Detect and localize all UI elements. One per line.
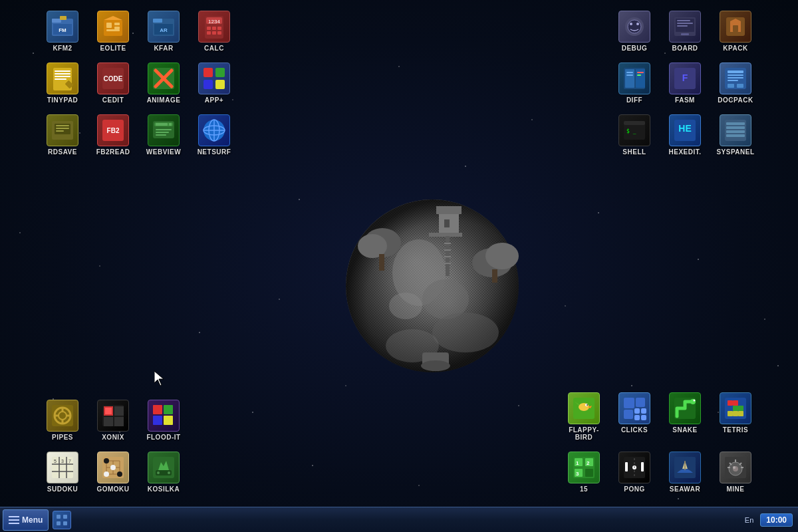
calc-image: 1234 (198, 11, 230, 43)
shell-label: SHELL (622, 148, 646, 156)
15-label: 15 (580, 485, 588, 493)
icon-diff[interactable]: DIFF (612, 60, 657, 106)
svg-point-60 (630, 23, 632, 25)
icon-row-tr1: DEBUG BOARD (612, 8, 758, 55)
svg-text:$ _: $ _ (626, 128, 636, 134)
icon-15[interactable]: 1 2 3 15 (561, 449, 606, 495)
svg-rect-207 (444, 249, 451, 251)
icon-eolite[interactable]: EOLITE (90, 8, 136, 55)
hexedit-label: HEXEDIT. (668, 148, 701, 156)
svg-rect-221 (63, 521, 67, 525)
icon-kpack[interactable]: KPACK (713, 8, 758, 55)
svg-rect-147 (634, 408, 640, 414)
icon-syspanel[interactable]: SYSPANEL (713, 112, 758, 158)
svg-rect-220 (57, 521, 61, 525)
icon-kfar[interactable]: AR KFAR (141, 8, 186, 55)
icon-fasm[interactable]: F FASM (662, 60, 708, 106)
svg-rect-202 (436, 206, 462, 214)
svg-rect-41 (56, 125, 69, 126)
kosilka-label: KOSILKA (148, 485, 180, 493)
xonix-image (97, 400, 129, 432)
icon-xonix[interactable]: XONIX (90, 397, 136, 444)
icon-pong[interactable]: PONG (612, 449, 657, 495)
syspanel-image (720, 114, 751, 146)
svg-rect-81 (728, 74, 743, 76)
icon-row-tr3: $ _ SHELL HE HEXEDIT. (612, 112, 758, 158)
svg-rect-217 (9, 523, 19, 524)
svg-rect-65 (677, 23, 693, 24)
icon-gomoku[interactable]: GOMOKU (90, 449, 136, 495)
kosilka-image (148, 452, 180, 483)
pipes-label: PIPES (52, 434, 73, 441)
icon-seawar[interactable]: SEAWAR (662, 449, 708, 495)
svg-point-153 (694, 400, 696, 402)
taskbar-apps-button[interactable] (53, 511, 71, 529)
icon-floodit[interactable]: FLOOD-IT (141, 397, 186, 444)
svg-rect-159 (728, 411, 733, 416)
svg-text:F: F (682, 72, 688, 83)
pipes-image (47, 400, 78, 432)
shell-image: $ _ (618, 114, 650, 146)
svg-rect-19 (212, 27, 216, 30)
svg-rect-201 (439, 213, 459, 236)
start-menu-button[interactable]: Menu (3, 509, 49, 531)
svg-rect-158 (738, 406, 743, 411)
icon-tetris[interactable]: TETRIS (713, 390, 758, 444)
svg-rect-95 (726, 134, 745, 137)
icon-animage[interactable]: ANIMAGE (141, 60, 186, 106)
icon-snake[interactable]: SNAKE (662, 390, 708, 444)
menu-label: Menu (22, 515, 43, 525)
svg-point-195 (364, 228, 401, 257)
icon-netsurf[interactable]: NETSURF (192, 112, 237, 158)
icon-tinypad[interactable]: TINYPAD (40, 60, 85, 106)
icon-flappybird[interactable]: FLAPPY-BIRD (561, 390, 606, 444)
svg-text:1: 1 (576, 460, 579, 466)
icon-hexedit[interactable]: HE HEXEDIT. (662, 112, 708, 158)
kfm2-image: FM (47, 11, 78, 43)
rdsave-label: RDSAVE (48, 148, 77, 156)
fb2read-image: FB2 (97, 114, 129, 146)
svg-rect-7 (106, 23, 112, 28)
svg-rect-26 (55, 73, 70, 74)
icon-rdsave[interactable]: RDSAVE (40, 112, 85, 158)
svg-rect-157 (733, 406, 738, 411)
svg-rect-49 (169, 123, 172, 126)
svg-rect-204 (429, 233, 462, 237)
icon-calc[interactable]: 1234 CALC (192, 8, 237, 55)
icon-mine[interactable]: MINE (713, 449, 758, 495)
cedit-image: CODE (97, 63, 129, 94)
svg-point-190 (346, 200, 519, 372)
svg-rect-110 (164, 405, 173, 414)
icon-cedit[interactable]: CODE CEDIT (90, 60, 136, 106)
svg-marker-6 (104, 16, 122, 20)
icon-shell[interactable]: $ _ SHELL (612, 112, 657, 158)
icon-kfm2[interactable]: FM KFM2 (40, 8, 85, 55)
icon-row-1: FM KFM2 EOLITE (40, 8, 237, 55)
svg-rect-9 (114, 27, 120, 29)
top-right-icon-group: DEBUG BOARD (612, 8, 758, 158)
icon-appplus[interactable]: APP+ (192, 60, 237, 106)
icon-fb2read[interactable]: FB2 FB2READ (90, 112, 136, 158)
icon-docpack[interactable]: DOCPACK (713, 60, 758, 106)
gomoku-image (97, 452, 129, 483)
icon-board[interactable]: BOARD (662, 8, 708, 55)
icon-debug[interactable]: DEBUG (612, 8, 657, 55)
icon-sudoku[interactable]: 5 3 7 SUDOKU (40, 449, 85, 495)
mine-image (720, 452, 751, 483)
icon-webview[interactable]: WEBVIEW (141, 112, 186, 158)
svg-text:HE: HE (678, 123, 691, 134)
svg-text:CODE: CODE (104, 75, 123, 82)
svg-rect-18 (207, 27, 211, 30)
icon-pipes[interactable]: PIPES (40, 397, 85, 444)
svg-text:FM: FM (59, 27, 66, 33)
svg-rect-107 (114, 417, 124, 426)
docpack-image (720, 63, 751, 94)
svg-rect-146 (624, 410, 633, 419)
icon-kosilka[interactable]: KOSILKA (141, 449, 186, 495)
svg-rect-85 (737, 84, 743, 88)
icon-clicks[interactable]: CLICKS (612, 390, 657, 444)
docpack-label: DOCPACK (718, 96, 753, 104)
svg-rect-21 (207, 31, 211, 35)
svg-point-193 (422, 279, 469, 319)
svg-point-210 (432, 313, 499, 352)
